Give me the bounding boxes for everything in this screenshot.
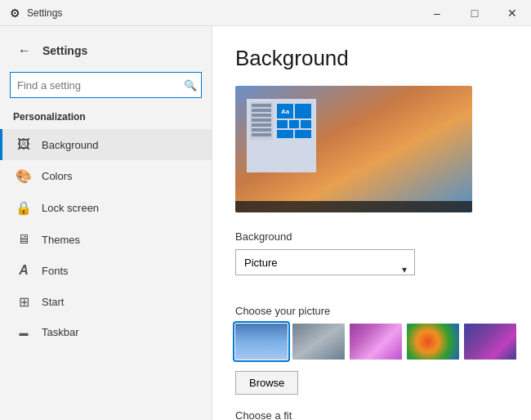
sidebar: ← Settings 🔍 Personalization 🖼 Backgroun…	[0, 26, 212, 420]
start-icon: ⊞	[16, 294, 32, 310]
back-button[interactable]: ←	[13, 39, 36, 62]
app-body: ← Settings 🔍 Personalization 🖼 Backgroun…	[0, 26, 531, 420]
background-dropdown[interactable]: Picture Solid color Slideshow	[235, 249, 415, 275]
sidebar-app-title: Settings	[42, 44, 87, 57]
title-bar: ⚙ Settings – □ ✕	[0, 0, 531, 26]
title-bar-controls: – □ ✕	[418, 0, 531, 26]
title-bar-left: ⚙ Settings	[10, 7, 62, 20]
preview-aa-tile: Aa	[277, 104, 293, 118]
picture-thumb-4[interactable]	[407, 324, 459, 360]
maximize-button[interactable]: □	[456, 0, 493, 26]
picture-thumb-1[interactable]	[235, 324, 288, 360]
browse-button[interactable]: Browse	[235, 371, 298, 395]
page-title: Background	[235, 46, 508, 71]
sidebar-item-themes-label: Themes	[42, 234, 80, 246]
section-label: Personalization	[0, 108, 212, 129]
picture-thumb-3[interactable]	[350, 324, 402, 360]
close-button[interactable]: ✕	[493, 0, 531, 26]
minimize-button[interactable]: –	[418, 0, 456, 26]
preview-window-inner: Aa	[250, 102, 313, 140]
picture-thumb-5[interactable]	[464, 324, 516, 360]
main-content: Background	[212, 26, 531, 420]
background-section-title: Background	[235, 230, 508, 243]
search-icon[interactable]: 🔍	[184, 79, 197, 92]
picture-thumb-2[interactable]	[292, 324, 345, 360]
sidebar-item-start[interactable]: ⊞ Start	[0, 286, 212, 318]
sidebar-item-colors-label: Colors	[42, 170, 73, 182]
fonts-icon: A	[16, 263, 32, 278]
sidebar-header: ← Settings	[0, 26, 212, 69]
picture-grid	[235, 324, 508, 360]
colors-icon: 🎨	[16, 168, 32, 184]
settings-icon: ⚙	[10, 7, 20, 20]
themes-icon: 🖥	[16, 232, 32, 247]
sidebar-item-background[interactable]: 🖼 Background	[0, 129, 212, 160]
sidebar-item-taskbar[interactable]: ▬ Taskbar	[0, 318, 212, 346]
preview-row-1: Aa	[250, 102, 313, 140]
sidebar-item-background-label: Background	[42, 139, 98, 151]
preview-taskbar	[235, 201, 472, 212]
sidebar-item-colors[interactable]: 🎨 Colors	[0, 160, 212, 192]
lock-screen-icon: 🔒	[16, 200, 32, 216]
background-preview: Aa	[235, 86, 472, 212]
taskbar-icon: ▬	[16, 328, 32, 337]
search-box: 🔍	[10, 72, 202, 98]
choose-picture-title: Choose your picture	[235, 305, 508, 317]
sidebar-item-fonts-label: Fonts	[42, 265, 69, 277]
title-bar-title: Settings	[27, 7, 62, 19]
sidebar-item-lock-screen-label: Lock screen	[42, 202, 99, 214]
preview-overlay: Aa	[235, 86, 472, 212]
sidebar-item-start-label: Start	[42, 296, 64, 308]
sidebar-item-fonts[interactable]: A Fonts	[0, 255, 212, 286]
sidebar-item-taskbar-label: Taskbar	[42, 326, 79, 338]
search-input[interactable]	[10, 72, 202, 98]
sidebar-item-themes[interactable]: 🖥 Themes	[0, 224, 212, 255]
dropdown-wrapper: Picture Solid color Slideshow ▾	[235, 249, 415, 290]
background-icon: 🖼	[16, 137, 32, 152]
sidebar-item-lock-screen[interactable]: 🔒 Lock screen	[0, 192, 212, 224]
choose-fit-title: Choose a fit	[235, 409, 508, 420]
preview-window: Aa	[247, 99, 316, 172]
